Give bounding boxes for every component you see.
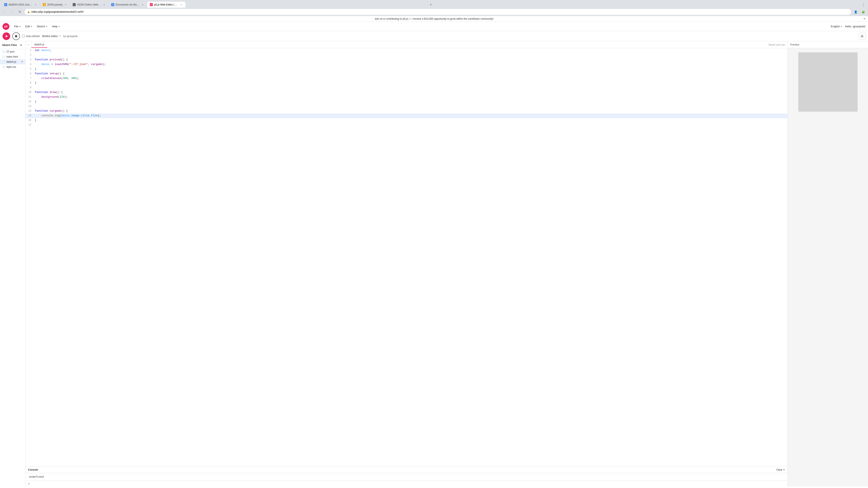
browser-extensions-button[interactable]: 🧩 (860, 9, 866, 15)
line-content-1[interactable]: let datos; (34, 48, 787, 53)
settings-button[interactable] (859, 33, 865, 40)
tab-sketch-js[interactable]: sketch.js (31, 42, 47, 48)
browser-tab-tab3[interactable]: {-JSON Online Validator and For...× (70, 2, 108, 8)
line-content-5[interactable]: } (34, 67, 787, 72)
menu-item-edit[interactable]: Edit▼ (23, 24, 35, 29)
add-file-button[interactable]: + (19, 43, 23, 47)
new-tab-button[interactable]: + (428, 2, 434, 8)
console-clear-button[interactable]: Clear ▼ (776, 468, 785, 471)
code-line-13: 13 (25, 104, 787, 109)
line-content-8[interactable]: } (34, 81, 787, 86)
token-prop: file (91, 114, 97, 117)
play-button[interactable] (3, 32, 10, 40)
line-content-6[interactable]: function setup() { (34, 72, 787, 76)
sidebar: Sketch Files + 📄27.json📄index.html📄sketc… (0, 41, 25, 487)
tab-favicon-tab4: D (111, 3, 114, 6)
token-plain: } (35, 100, 36, 103)
line-number-7: 7 (25, 76, 34, 81)
address-bar[interactable]: 🔒 editor.p5js.org/ignaojeda/sketches/dsD… (25, 9, 851, 15)
forward-button[interactable]: → (9, 9, 15, 15)
menu-arrow-icon: ▼ (58, 25, 60, 28)
code-line-6: 6function setup() { (25, 72, 787, 76)
line-content-15[interactable]: console.log(datos.image.title.file); (34, 113, 787, 118)
browser-tab-tab4[interactable]: DDocumento sin título - Docum...× (109, 2, 147, 8)
browser-tab-tab1[interactable]: Gdis9034-2024-1/estudiantes/× (2, 2, 40, 8)
line-content-2[interactable] (34, 53, 787, 58)
line-number-8: 8 (25, 81, 34, 86)
token-plain: } (35, 119, 36, 122)
svg-rect-1 (15, 35, 17, 37)
sidebar-file-sketch-js[interactable]: 📄sketch.js▼ (0, 59, 25, 64)
code-editor[interactable]: 1let datos;23function preload() {4 datos… (25, 48, 787, 466)
menu-item-sketch[interactable]: Sketch▼ (35, 24, 50, 29)
browser-tab-tab2[interactable]: {}JSON.parse()× (40, 2, 70, 8)
auto-refresh-toggle[interactable]: Auto-refresh (22, 35, 40, 38)
tab-close-tab5[interactable]: × (180, 3, 183, 6)
browser-profile-button[interactable]: 👤 (853, 9, 859, 15)
menu-item-file[interactable]: File▼ (12, 24, 23, 29)
tab-close-tab1[interactable]: × (34, 3, 37, 6)
sidebar-file-index-html[interactable]: 📄index.html (0, 54, 25, 59)
collapse-sidebar-button[interactable]: ‹ (25, 41, 31, 48)
line-content-16[interactable]: } (34, 118, 787, 123)
tab-close-tab3[interactable]: × (102, 3, 106, 6)
line-content-13[interactable] (34, 104, 787, 109)
tab-close-tab2[interactable]: × (64, 3, 67, 6)
line-content-10[interactable]: function draw() { (34, 90, 787, 95)
p5-logo[interactable]: p5 (3, 23, 9, 30)
line-number-1: 1 (25, 48, 34, 53)
line-content-11[interactable]: background(220); (34, 95, 787, 100)
browser-menu-button[interactable]: ⋮ (860, 2, 866, 8)
back-button[interactable]: ← (2, 9, 8, 15)
token-plain: } (35, 67, 36, 70)
svg-point-2 (862, 36, 863, 37)
stop-button[interactable] (12, 32, 20, 40)
sidebar-file-27-json[interactable]: 📄27.json (0, 49, 25, 54)
line-content-3[interactable]: function preload() { (34, 58, 787, 62)
line-content-7[interactable]: createCanvas(400, 400); (34, 76, 787, 81)
menu-arrow-icon: ▼ (31, 25, 32, 28)
line-number-13: 13 (25, 104, 34, 109)
token-plain: ); (102, 63, 106, 66)
sidebar-file-style-css[interactable]: 📄style.css (0, 64, 25, 69)
auto-refresh-label-text: Auto-refresh (26, 35, 40, 38)
file-icon: 📄 (2, 66, 5, 68)
tab-close-tab4[interactable]: × (141, 3, 144, 6)
banner-close-button[interactable]: × (864, 17, 865, 21)
line-number-9: 9 (25, 86, 34, 90)
code-line-11: 11 background(220); (25, 95, 787, 100)
code-line-17: 17 (25, 123, 787, 128)
token-var-name: datos (41, 63, 50, 66)
browser-tab-tab5[interactable]: p5p5.js Web Editor | Wistful edit...× (147, 2, 185, 8)
file-name: index.html (6, 55, 23, 58)
app-header: p5 File▼Edit▼Sketch▼Help▼ English ▼ Hell… (0, 22, 868, 31)
console-output: undefined (25, 473, 787, 481)
line-content-4[interactable]: datos = loadJSON("./27.json", cargado); (34, 62, 787, 67)
token-plain: . (80, 114, 81, 117)
menu-item-help[interactable]: Help▼ (50, 24, 62, 29)
code-line-3: 3function preload() { (25, 58, 787, 62)
edit-sketch-name-icon[interactable]: ✎ (59, 35, 61, 37)
token-plain: ); (98, 114, 101, 117)
language-selector[interactable]: English ▼ (831, 25, 843, 28)
token-fn: createCanvas (41, 77, 61, 80)
token-plain: () { (56, 91, 63, 94)
gear-icon (860, 35, 864, 38)
line-content-14[interactable]: function cargado() { (34, 109, 787, 113)
reload-button[interactable]: ↻ (17, 9, 23, 15)
console-input[interactable] (31, 482, 785, 485)
token-plain: , (68, 77, 71, 80)
line-content-12[interactable]: } (34, 100, 787, 104)
token-kw: function (35, 58, 48, 61)
file-name: 27.json (6, 50, 23, 53)
token-var-name: datos (61, 114, 69, 117)
line-content-9[interactable] (34, 86, 787, 90)
menu-label: File (14, 25, 19, 28)
menu-arrow-icon: ▼ (46, 25, 48, 28)
sidebar-title: Sketch Files (2, 44, 17, 46)
tab-label-tab4: Documento sin título - Docum... (116, 3, 140, 6)
line-content-17[interactable] (34, 123, 787, 128)
username-display: Hello, ignaojeda! (845, 25, 865, 28)
header-right: English ▼ Hello, ignaojeda! (831, 25, 865, 28)
auto-refresh-checkbox[interactable] (22, 35, 25, 37)
